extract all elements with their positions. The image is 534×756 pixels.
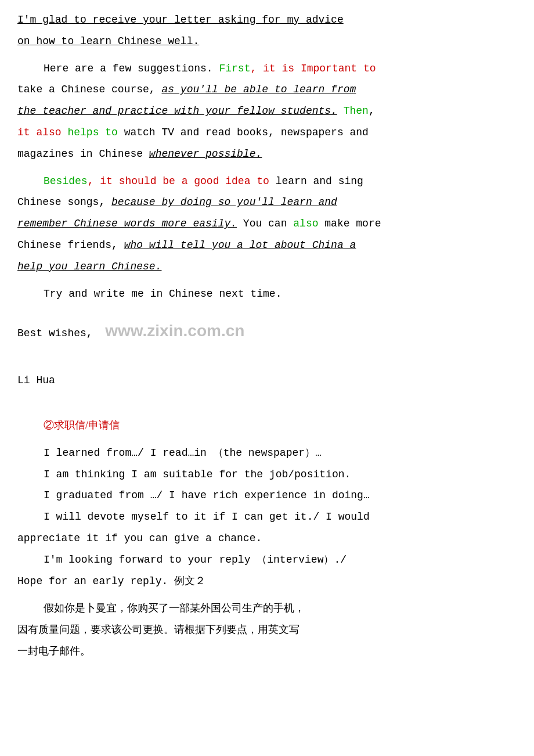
li-hua-text: Li Hua [17, 375, 55, 386]
because-italic: because by doing so you'll learn and [111, 196, 337, 208]
para2-mid: , it should be a good idea to [88, 175, 269, 187]
template-line5: I'm looking forward to your reply （inter… [17, 552, 517, 568]
template-text3: I graduated from …/ I have rich experien… [44, 489, 370, 501]
li-hua-line: Li Hua [17, 372, 517, 389]
watermark-text: www.zixin.com.cn [105, 322, 244, 340]
template-text5: I'm looking forward to your reply （inter… [44, 554, 347, 566]
opening-line1: I'm glad to receive your letter asking f… [17, 14, 344, 26]
paragraph1-line5: magazines in Chinese whenever possible. [17, 146, 517, 163]
template-text4: I will devote myself to it if I can get … [44, 511, 370, 523]
paragraph2-line5: help you learn Chinese. [17, 258, 517, 275]
opening-paragraph2: on how to learn Chinese well. [17, 33, 517, 50]
template-text2: I am thinking I am suitable for the job/… [44, 469, 351, 480]
section2-title-text: ②求职信/申请信 [44, 419, 120, 431]
paragraph1-line3: the teacher and practice with your fello… [17, 103, 517, 120]
section2-title-line: ②求职信/申请信 [17, 417, 517, 434]
template-line4: I will devote myself to it if I can get … [17, 509, 517, 525]
template-text5b: Hope for an early reply. 例文２ [17, 575, 205, 587]
para1-after-then: , [369, 105, 375, 117]
paragraph2-line2: Chinese songs, because by doing so you'l… [17, 194, 517, 211]
para1-italic2: the teacher and practice with your fello… [17, 105, 337, 117]
template-line2: I am thinking I am suitable for the job/… [17, 466, 517, 483]
para2-line4: Chinese friends, [17, 239, 124, 251]
remember-italic: remember Chinese words more easily. [17, 218, 237, 229]
helps-to: helps to [62, 127, 118, 138]
then-word: Then [344, 105, 369, 117]
template-text1: I learned from…/ I read…in （the newspape… [44, 447, 322, 459]
closing-text: Try and write me in Chinese next time. [44, 288, 282, 300]
whenever-possible: whenever possible. [149, 148, 262, 160]
paragraph1-line4: it also helps to watch TV and read books… [17, 124, 517, 141]
paragraph1-line2: take a Chinese course, as you'll be able… [17, 81, 517, 98]
para1-line2-pre: take a Chinese course, [17, 84, 161, 95]
chinese-para2: 因有质量问题，要求该公司更换。请根据下列要点，用英文写 [17, 621, 517, 638]
para1-start: Here are a few suggestions. [44, 63, 219, 74]
also-word: also [293, 218, 318, 229]
template-line1: I learned from…/ I read…in （the newspape… [17, 445, 517, 462]
chinese-para3: 一封电子邮件。 [17, 643, 517, 660]
help-italic: help you learn Chinese. [17, 261, 161, 272]
para2-line2: Chinese songs, [17, 196, 111, 208]
template-text4b: appreciate it if you can give a chance. [17, 532, 262, 544]
para1-line4-post: watch TV and read books, newspapers and [118, 127, 369, 138]
chinese-text1: 假如你是卜曼宜，你购买了一部某外国公司生产的手机， [44, 602, 305, 614]
best-wishes-line: Best wishes, www.zixin.com.cn [17, 318, 517, 344]
chinese-text3: 一封电子邮件。 [17, 645, 91, 657]
main-content: I'm glad to receive your letter asking f… [17, 12, 517, 660]
opening-paragraph: I'm glad to receive your letter asking f… [17, 12, 517, 28]
paragraph2-line4: Chinese friends, who will tell you a lot… [17, 237, 517, 254]
first-word: First [219, 63, 250, 74]
paragraph1: Here are a few suggestions. First, it is… [17, 60, 517, 77]
para2-post: learn and sing [269, 175, 363, 187]
you-can: You can [237, 218, 293, 229]
best-wishes-text: Best wishes, [17, 327, 93, 339]
opening-line2: on how to learn Chinese well. [17, 35, 199, 47]
para1-italic: as you'll be able to learn from [161, 84, 356, 95]
chinese-para1: 假如你是卜曼宜，你购买了一部某外国公司生产的手机， [17, 600, 517, 617]
it-also: it also [17, 127, 62, 138]
para1-line5-pre: magazines in Chinese [17, 148, 149, 160]
besides-word: Besides [44, 175, 88, 187]
closing-line: Try and write me in Chinese next time. [17, 286, 517, 303]
paragraph2-line1: Besides, it should be a good idea to lea… [17, 173, 517, 190]
chinese-text2: 因有质量问题，要求该公司更换。请根据下列要点，用英文写 [17, 624, 300, 635]
template-line4b: appreciate it if you can give a chance. [17, 530, 517, 547]
template-line3: I graduated from …/ I have rich experien… [17, 487, 517, 504]
para1-mid: , it is Important to [250, 63, 376, 74]
paragraph2-line3: remember Chinese words more easily. You … [17, 215, 517, 232]
who-italic: who will tell you a lot about China a [124, 239, 356, 251]
template-line5b: Hope for an early reply. 例文２ [17, 573, 517, 590]
para2-end: make more [319, 218, 381, 229]
